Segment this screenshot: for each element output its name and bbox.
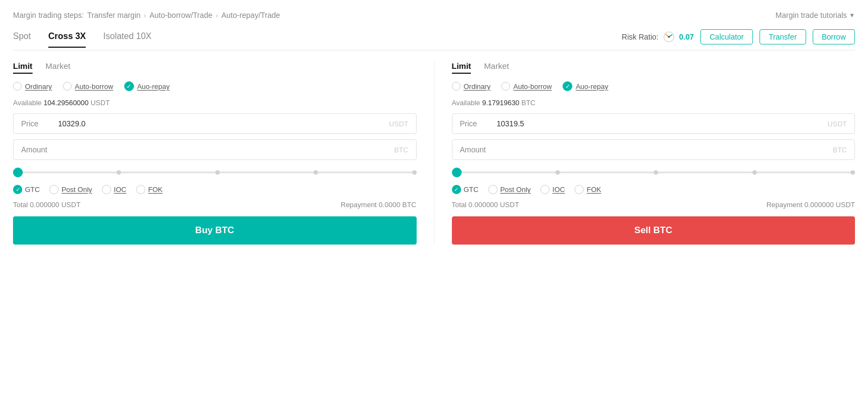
breadcrumb-prefix: Margin trading steps: bbox=[13, 11, 84, 20]
check-circle-gtc-buy: ✓ bbox=[13, 185, 22, 194]
available-label-buy: Available bbox=[13, 99, 42, 107]
check-gtc-buy[interactable]: ✓ GTC bbox=[13, 185, 40, 194]
uncheck-circle-fok-sell bbox=[575, 185, 584, 194]
radio-ordinary-sell[interactable]: Ordinary bbox=[452, 82, 491, 91]
slider-thumb-sell[interactable] bbox=[452, 168, 462, 177]
uncheck-circle-postonly-sell bbox=[488, 185, 497, 194]
slider-markers-sell bbox=[452, 168, 856, 177]
check-fok-buy[interactable]: FOK bbox=[136, 185, 163, 194]
check-fok-buy-label: FOK bbox=[148, 185, 163, 194]
borrow-button[interactable]: Borrow bbox=[813, 29, 855, 44]
slider-dot-buy-2 bbox=[215, 170, 220, 175]
risk-ratio: Risk Ratio: 0.07 bbox=[622, 31, 694, 43]
uncheck-circle-postonly-buy bbox=[49, 185, 59, 194]
radio-circle-autoborrow-sell bbox=[501, 82, 510, 91]
repayment-buy: Repayment 0.0000 BTC bbox=[341, 201, 417, 209]
radio-autorepay-sell-label: Auo-repay bbox=[576, 82, 608, 91]
svg-point-1 bbox=[668, 36, 670, 38]
check-ioc-buy[interactable]: IOC bbox=[102, 185, 126, 194]
calculator-button[interactable]: Calculator bbox=[700, 29, 753, 44]
repayment-label-sell: Repayment bbox=[767, 201, 802, 209]
amount-label-sell: Amount bbox=[460, 145, 493, 154]
check-postonly-buy-label: Post Only bbox=[61, 185, 92, 194]
uncheck-circle-fok-buy bbox=[136, 185, 145, 194]
radio-autoborrow-sell[interactable]: Auto-borrow bbox=[501, 82, 552, 91]
repayment-amount-sell: 0.000000 bbox=[805, 201, 834, 209]
check-gtc-sell[interactable]: ✓ GTC bbox=[452, 185, 478, 194]
check-postonly-sell-label: Post Only bbox=[500, 185, 531, 194]
radio-ordinary-buy-label: Ordinary bbox=[25, 82, 52, 91]
price-unit-buy: USDT bbox=[389, 120, 408, 128]
price-input-sell[interactable]: Price 10319.5 USDT bbox=[452, 113, 856, 134]
repayment-label-buy: Repayment bbox=[341, 201, 376, 209]
amount-input-buy[interactable]: Amount BTC bbox=[13, 139, 417, 160]
buy-button[interactable]: Buy BTC bbox=[13, 216, 417, 245]
breadcrumb-steps: Margin trading steps: Transfer margin › … bbox=[13, 11, 280, 20]
order-type-limit-buy[interactable]: Limit bbox=[13, 61, 33, 74]
radio-circle-ordinary-buy bbox=[13, 82, 22, 91]
available-currency-sell: BTC bbox=[521, 99, 535, 107]
slider-buy[interactable] bbox=[13, 168, 417, 177]
slider-sell[interactable] bbox=[452, 168, 856, 177]
order-type-market-sell[interactable]: Market bbox=[484, 61, 509, 74]
slider-dot-sell-3 bbox=[752, 170, 757, 175]
radio-autorepay-sell[interactable]: ✓ Auo-repay bbox=[563, 81, 608, 91]
sell-panel: Limit Market Ordinary Auto-borrow ✓ Auo-… bbox=[452, 61, 856, 245]
slider-dot-buy-4 bbox=[412, 170, 417, 175]
tabs-left: Spot Cross 3X Isolated 10X bbox=[13, 31, 151, 48]
risk-ratio-value: 0.07 bbox=[679, 33, 694, 41]
slider-bg-sell bbox=[452, 172, 856, 174]
price-value-sell: 10319.5 bbox=[497, 119, 828, 128]
chevron-down-icon: ▼ bbox=[849, 12, 855, 18]
tab-isolated10x[interactable]: Isolated 10X bbox=[103, 31, 151, 48]
radio-autorepay-buy[interactable]: ✓ Auo-repay bbox=[124, 81, 170, 91]
panel-divider bbox=[434, 61, 435, 245]
price-label-buy: Price bbox=[21, 119, 54, 128]
check-circle-gtc-sell: ✓ bbox=[452, 185, 461, 194]
total-amount-buy: 0.000000 bbox=[30, 201, 59, 209]
check-postonly-buy[interactable]: Post Only bbox=[49, 185, 92, 194]
breadcrumb-step2[interactable]: Auto-borrow/Trade bbox=[149, 11, 212, 20]
tab-spot[interactable]: Spot bbox=[13, 31, 31, 48]
sell-button[interactable]: Sell BTC bbox=[452, 216, 856, 245]
amount-input-sell[interactable]: Amount BTC bbox=[452, 139, 856, 160]
radio-autoborrow-buy-label: Auto-borrow bbox=[75, 82, 113, 91]
breadcrumb-step1[interactable]: Transfer margin bbox=[87, 11, 141, 20]
radio-autoborrow-buy[interactable]: Auto-borrow bbox=[63, 82, 113, 91]
slider-markers-buy bbox=[13, 168, 417, 177]
available-line-buy: Available 104.29560000 USDT bbox=[13, 99, 417, 107]
separator2: › bbox=[216, 11, 218, 20]
check-gtc-sell-label: GTC bbox=[464, 185, 478, 194]
check-postonly-sell[interactable]: Post Only bbox=[488, 185, 531, 194]
order-type-limit-sell[interactable]: Limit bbox=[452, 61, 471, 74]
slider-dot-buy-1 bbox=[117, 170, 121, 175]
check-ioc-sell[interactable]: IOC bbox=[540, 185, 565, 194]
breadcrumb-bar: Margin trading steps: Transfer margin › … bbox=[13, 11, 855, 20]
amount-label-buy: Amount bbox=[21, 145, 54, 154]
repayment-sell: Repayment 0.000000 USDT bbox=[767, 201, 855, 209]
price-value-buy: 10329.0 bbox=[58, 119, 389, 128]
order-type-market-buy[interactable]: Market bbox=[46, 61, 71, 74]
slider-thumb-buy[interactable] bbox=[13, 168, 23, 177]
price-input-buy[interactable]: Price 10329.0 USDT bbox=[13, 113, 417, 134]
order-type-row-buy: Limit Market bbox=[13, 61, 417, 74]
tab-bar: Spot Cross 3X Isolated 10X Risk Ratio: 0… bbox=[13, 29, 855, 50]
radio-check-autorepay-buy: ✓ bbox=[124, 81, 134, 91]
check-ioc-sell-label: IOC bbox=[552, 185, 565, 194]
trading-area: Limit Market Ordinary Auto-borrow ✓ Auo-… bbox=[13, 61, 855, 245]
total-currency-sell: USDT bbox=[500, 201, 519, 209]
amount-unit-sell: BTC bbox=[833, 146, 847, 154]
breadcrumb-step3[interactable]: Auto-repay/Trade bbox=[221, 11, 280, 20]
checkbox-row-sell: ✓ GTC Post Only IOC FOK bbox=[452, 185, 856, 194]
margin-tutorials-button[interactable]: Margin trade tutorials ▼ bbox=[776, 11, 855, 20]
check-fok-sell[interactable]: FOK bbox=[575, 185, 601, 194]
radio-autoborrow-sell-label: Auto-borrow bbox=[513, 82, 552, 91]
radio-ordinary-buy[interactable]: Ordinary bbox=[13, 82, 52, 91]
available-value-sell: 9.17919630 bbox=[482, 99, 520, 107]
tab-cross3x[interactable]: Cross 3X bbox=[48, 31, 86, 48]
radio-ordinary-sell-label: Ordinary bbox=[464, 82, 491, 91]
radio-check-autorepay-sell: ✓ bbox=[563, 81, 572, 91]
radio-row-buy: Ordinary Auto-borrow ✓ Auo-repay bbox=[13, 81, 417, 91]
checkbox-row-buy: ✓ GTC Post Only IOC FOK bbox=[13, 185, 417, 194]
transfer-button[interactable]: Transfer bbox=[760, 29, 806, 44]
